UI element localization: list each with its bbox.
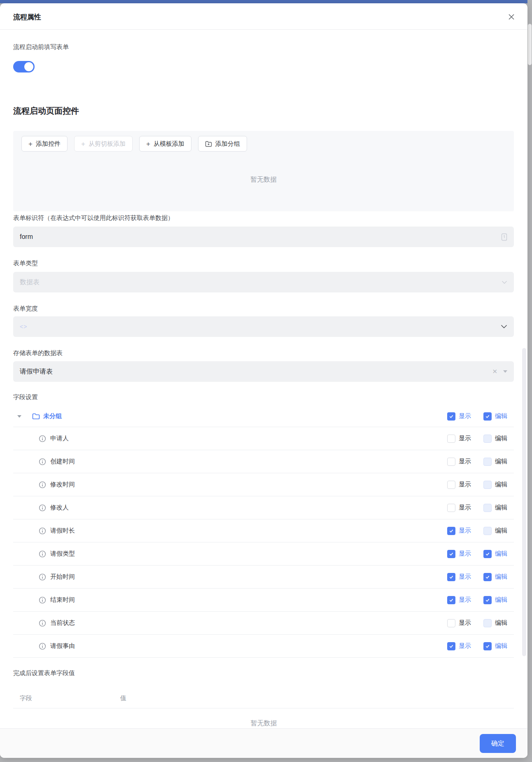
show-checkbox-label: 显示: [459, 481, 471, 489]
show-checkbox[interactable]: [447, 596, 455, 604]
show-checkbox[interactable]: [447, 527, 455, 535]
edit-checkbox-group: 编辑: [483, 412, 507, 421]
field-row: 请假时长显示编辑: [13, 519, 514, 542]
prefill-form-label: 流程启动前填写表单: [13, 43, 69, 51]
info-icon: [39, 596, 46, 604]
show-checkbox[interactable]: [447, 619, 455, 627]
info-icon: [39, 435, 46, 442]
show-checkbox-label: 显示: [459, 596, 471, 604]
show-checkbox-label: 显示: [459, 458, 471, 465]
toolbar-button-label: 添加分组: [215, 140, 240, 148]
show-checkbox-group: 显示: [447, 550, 471, 558]
form-width-select[interactable]: <>: [13, 316, 514, 337]
form-identifier-input[interactable]: form: [13, 227, 514, 247]
edit-checkbox-group: 编辑: [483, 435, 507, 443]
prefill-form-toggle[interactable]: [13, 61, 35, 72]
folder-plus-icon: [205, 141, 212, 147]
add-from-template-button[interactable]: +从模板添加: [139, 136, 191, 152]
edit-checkbox[interactable]: [483, 435, 492, 443]
set-values-empty-text: 暂无数据: [0, 719, 527, 728]
edit-checkbox-group: 编辑: [483, 527, 507, 535]
field-row: 开始时间显示编辑: [13, 566, 514, 589]
show-checkbox-group: 显示: [447, 481, 471, 489]
show-checkbox-group: 显示: [447, 458, 471, 466]
show-checkbox[interactable]: [447, 550, 455, 558]
show-checkbox-label: 显示: [459, 642, 471, 650]
edit-checkbox-label: 编辑: [495, 458, 507, 465]
show-checkbox-label: 显示: [459, 550, 471, 558]
edit-checkbox[interactable]: [483, 481, 492, 489]
column-value: 值: [120, 694, 126, 702]
edit-checkbox[interactable]: [483, 642, 492, 650]
controls-panel: +添加控件+从剪切板添加+从模板添加添加分组 暂无数据: [13, 131, 514, 211]
chevron-down-icon: [502, 280, 507, 284]
edit-checkbox-label: 编辑: [495, 642, 507, 650]
info-icon: [39, 643, 46, 650]
column-field: 字段: [20, 694, 32, 702]
group-checkboxes: 显示编辑: [435, 412, 514, 421]
show-checkbox-label: 显示: [459, 435, 471, 442]
show-checkbox-group: 显示: [447, 527, 471, 535]
edit-checkbox[interactable]: [483, 550, 492, 558]
edit-checkbox-label: 编辑: [495, 481, 507, 489]
show-checkbox-group: 显示: [447, 619, 471, 627]
edit-checkbox[interactable]: [483, 458, 492, 466]
confirm-button[interactable]: 确定: [480, 734, 516, 753]
show-checkbox[interactable]: [447, 435, 455, 443]
info-icon: [39, 458, 46, 465]
form-width-label: 表单宽度: [13, 305, 38, 313]
edit-checkbox[interactable]: [483, 412, 492, 421]
start-page-controls-heading: 流程启动页面控件: [13, 105, 79, 117]
add-from-clipboard-button[interactable]: +从剪切板添加: [74, 136, 133, 152]
show-checkbox[interactable]: [447, 573, 455, 581]
chevron-down-icon: [501, 325, 507, 329]
group-name[interactable]: 未分组: [43, 412, 62, 420]
show-checkbox-label: 显示: [459, 412, 471, 420]
field-group-row: 未分组 显示编辑: [13, 406, 514, 427]
clear-selection-icon[interactable]: ✕: [492, 368, 497, 375]
collapse-caret-icon[interactable]: [17, 415, 21, 418]
edit-checkbox-label: 编辑: [495, 596, 507, 604]
show-checkbox-label: 显示: [459, 573, 471, 581]
show-checkbox[interactable]: [447, 642, 455, 650]
page-scrollbar-thumb[interactable]: [528, 24, 532, 65]
form-type-select[interactable]: 数据表: [13, 272, 514, 292]
edit-checkbox-label: 编辑: [495, 619, 507, 627]
show-checkbox[interactable]: [447, 481, 455, 489]
edit-checkbox[interactable]: [483, 527, 492, 535]
close-icon[interactable]: [507, 12, 516, 21]
storage-table-select[interactable]: 请假申请表 ✕: [13, 361, 514, 382]
add-control-button[interactable]: +添加控件: [21, 136, 68, 152]
field-row: 当前状态显示编辑: [13, 612, 514, 635]
plus-icon: +: [146, 140, 150, 147]
edit-checkbox-group: 编辑: [483, 573, 507, 581]
field-name: 请假类型: [50, 550, 75, 558]
show-checkbox[interactable]: [447, 504, 455, 512]
edit-checkbox[interactable]: [483, 596, 492, 604]
info-icon: [39, 481, 46, 489]
info-icon: [39, 550, 46, 558]
show-checkbox[interactable]: [447, 458, 455, 466]
add-group-button[interactable]: 添加分组: [198, 136, 247, 152]
edit-checkbox-group: 编辑: [483, 504, 507, 512]
dialog-scrollbar-thumb[interactable]: [522, 348, 526, 656]
edit-checkbox[interactable]: [483, 619, 492, 627]
edit-checkbox[interactable]: [483, 504, 492, 512]
field-name: 请假时长: [50, 527, 75, 535]
show-checkbox[interactable]: [447, 412, 455, 421]
dialog-title: 流程属性: [13, 12, 41, 22]
caret-down-icon[interactable]: [503, 370, 507, 373]
document-1-icon: [501, 233, 507, 241]
form-identifier-label: 表单标识符（在表达式中可以使用此标识符获取表单数据）: [13, 214, 174, 222]
edit-checkbox-group: 编辑: [483, 458, 507, 466]
form-identifier-value: form: [20, 233, 33, 241]
edit-checkbox[interactable]: [483, 573, 492, 581]
show-checkbox-group: 显示: [447, 412, 471, 421]
show-checkbox-group: 显示: [447, 504, 471, 512]
edit-checkbox-label: 编辑: [495, 412, 507, 420]
storage-table-value: 请假申请表: [20, 367, 53, 376]
field-row: 创建时间显示编辑: [13, 450, 514, 473]
field-row: 申请人显示编辑: [13, 427, 514, 450]
controls-toolbar: +添加控件+从剪切板添加+从模板添加添加分组: [21, 136, 247, 152]
field-name: 创建时间: [50, 458, 75, 465]
